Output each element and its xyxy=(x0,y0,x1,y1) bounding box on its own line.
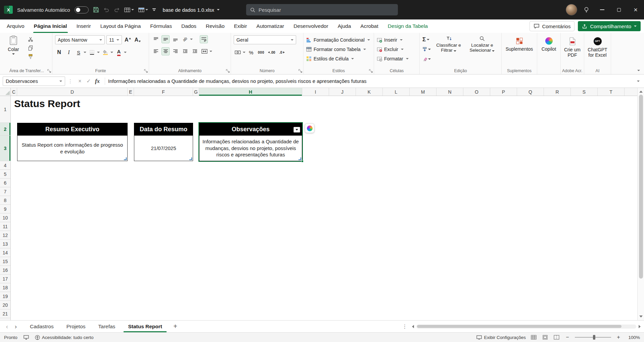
sheet-tab-projetos[interactable]: Projetos xyxy=(60,321,92,332)
increase-font-size-button[interactable]: A xyxy=(124,36,132,44)
ribbon-tab-ajuda[interactable]: Ajuda xyxy=(333,19,356,33)
row-header-15[interactable]: 15 xyxy=(0,257,10,266)
cell-resumo-value[interactable]: Status Report com informações de progres… xyxy=(17,136,128,161)
cancel-entry-button[interactable]: × xyxy=(76,77,84,86)
fill-button[interactable] xyxy=(422,45,431,53)
copy-button[interactable] xyxy=(27,45,34,51)
scroll-down-icon[interactable] xyxy=(639,315,643,317)
column-header-R[interactable]: R xyxy=(544,88,571,96)
percent-format-button[interactable]: % xyxy=(247,48,255,56)
copilot-cell-button[interactable] xyxy=(305,124,314,133)
decrease-indent-button[interactable] xyxy=(181,47,189,55)
row-header-7[interactable]: 7 xyxy=(0,187,10,196)
sheet-options-icon[interactable]: ⋮ xyxy=(402,324,407,330)
document-title[interactable]: base de dados 1.0.xlsx xyxy=(163,7,220,13)
clipboard-dialog-launcher[interactable] xyxy=(47,69,51,73)
align-bottom-button[interactable] xyxy=(171,35,179,43)
italic-button[interactable]: I xyxy=(65,48,73,56)
row-header-21[interactable]: 21 xyxy=(0,309,10,318)
ribbon-tab-desenvolvedor[interactable]: Desenvolvedor xyxy=(289,19,333,33)
row-header-3[interactable]: 3 xyxy=(0,136,10,161)
ribbon-tab-design-da-tabela[interactable]: Design da Tabela xyxy=(383,19,433,33)
ribbon-tab-acrobat[interactable]: Acrobat xyxy=(356,19,383,33)
row-header-4[interactable]: 4 xyxy=(0,161,10,170)
filter-dropdown-button[interactable] xyxy=(293,127,300,133)
column-header-D[interactable]: D xyxy=(17,88,128,96)
vertical-scrollbar-thumb[interactable] xyxy=(639,95,643,279)
fill-color-button[interactable] xyxy=(101,48,109,56)
page-layout-view-button[interactable] xyxy=(542,334,549,340)
row-header-20[interactable]: 20 xyxy=(0,301,10,309)
scroll-left-icon[interactable] xyxy=(412,325,414,328)
row-header-10[interactable]: 10 xyxy=(0,213,10,222)
quick-access-table-button[interactable] xyxy=(124,7,134,12)
formula-content[interactable]: Informações relacionadas a Quantidade de… xyxy=(108,78,633,84)
cell-data-value[interactable]: 21/07/2025 xyxy=(134,136,193,161)
column-header-T[interactable]: T xyxy=(598,88,625,96)
excel-logo-icon[interactable]: X xyxy=(4,6,13,14)
tips-button[interactable] xyxy=(584,7,589,13)
sheet-tab-cadastros[interactable]: Cadastros xyxy=(24,321,60,332)
name-box[interactable]: Dobservacoes xyxy=(3,77,65,86)
merge-center-button[interactable] xyxy=(200,47,209,55)
column-header-L[interactable]: L xyxy=(383,88,410,96)
expand-formula-bar-button[interactable] xyxy=(633,81,644,82)
format-painter-button[interactable] xyxy=(27,54,34,60)
column-header-C[interactable]: C xyxy=(11,88,17,96)
align-top-button[interactable] xyxy=(152,35,160,43)
quick-access-format-button[interactable] xyxy=(138,7,148,12)
align-right-button[interactable] xyxy=(171,47,179,55)
row-header-2[interactable]: 2 xyxy=(0,123,10,136)
scroll-right-icon[interactable] xyxy=(639,325,641,328)
column-header-O[interactable]: O xyxy=(463,88,490,96)
column-header-I[interactable]: I xyxy=(302,88,329,96)
ribbon-tab-layout-da-página[interactable]: Layout da Página xyxy=(96,19,146,33)
sheet-canvas[interactable]: Status Report Resumo Executivo Status Re… xyxy=(11,96,637,320)
sheet-tab-tarefas[interactable]: Tarefas xyxy=(92,321,122,332)
delete-cells-button[interactable]: Excluir xyxy=(377,45,417,54)
ribbon-tab-arquivo[interactable]: Arquivo xyxy=(2,19,29,33)
table-resize-handle[interactable] xyxy=(298,157,301,160)
next-sheet-button[interactable]: › xyxy=(11,323,20,330)
column-header-G[interactable]: G xyxy=(193,88,199,96)
table-header-observacoes[interactable]: Observações xyxy=(199,123,302,136)
decrease-font-size-button[interactable]: A xyxy=(134,36,142,44)
collapse-ribbon-button[interactable] xyxy=(637,67,640,72)
font-dialog-launcher[interactable] xyxy=(144,69,148,73)
chatgpt-button[interactable]: GPT ChatGPT for Excel xyxy=(587,35,608,58)
insert-cells-button[interactable]: Inserir xyxy=(377,35,417,45)
find-select-button[interactable]: Localizar e Selecionar xyxy=(466,35,498,63)
ribbon-tab-inserir[interactable]: Inserir xyxy=(72,19,96,33)
create-pdf-button[interactable]: Crie um PDF xyxy=(563,35,581,58)
borders-button[interactable] xyxy=(88,48,96,56)
row-header-16[interactable]: 16 xyxy=(0,266,10,275)
zoom-in-button[interactable]: + xyxy=(615,334,622,340)
ribbon-tab-automatizar[interactable]: Automatizar xyxy=(252,19,289,33)
font-size-select[interactable]: 11 xyxy=(106,35,122,44)
copilot-button[interactable]: Copilot xyxy=(540,35,558,52)
accessibility-status[interactable]: Acessibilidade: tudo certo xyxy=(35,335,94,340)
conditional-formatting-button[interactable]: Formatação Condicional xyxy=(306,35,371,45)
font-color-button[interactable]: A xyxy=(115,48,123,56)
format-as-table-button[interactable]: Formatar como Tabela xyxy=(306,45,371,54)
row-header-6[interactable]: 6 xyxy=(0,179,10,187)
confirm-entry-button[interactable]: ✓ xyxy=(84,77,93,86)
sheet-tab-status-report[interactable]: Status Report xyxy=(122,321,169,332)
underline-button[interactable]: S xyxy=(75,48,83,56)
column-header-H[interactable]: H xyxy=(199,88,302,96)
wrap-text-button[interactable] xyxy=(200,35,208,43)
redo-button[interactable] xyxy=(114,7,120,12)
zoom-level[interactable]: 100% xyxy=(626,335,640,340)
table-resize-handle[interactable] xyxy=(189,157,192,160)
clear-button[interactable] xyxy=(422,55,431,63)
column-header-M[interactable]: M xyxy=(410,88,436,96)
row-header-13[interactable]: 13 xyxy=(0,240,10,248)
align-middle-button[interactable] xyxy=(162,35,170,43)
cut-button[interactable] xyxy=(27,36,34,42)
comma-format-button[interactable]: 000 xyxy=(257,48,265,56)
row-header-17[interactable]: 17 xyxy=(0,275,10,283)
ribbon-tab-página-inicial[interactable]: Página Inicial xyxy=(29,19,72,33)
increase-indent-button[interactable] xyxy=(191,47,199,55)
row-header-19[interactable]: 19 xyxy=(0,292,10,301)
paste-button[interactable]: Colar xyxy=(4,35,23,60)
